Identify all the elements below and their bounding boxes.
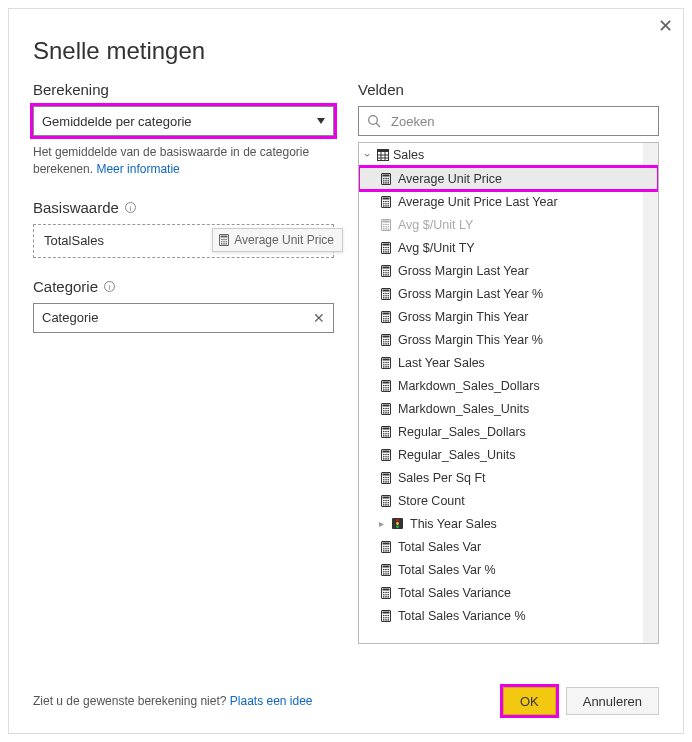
field-label: Total Sales Var (398, 540, 481, 554)
field-item[interactable]: Total Sales Variance (359, 581, 658, 604)
calculator-icon (381, 288, 391, 300)
calculator-icon (381, 311, 391, 323)
footer: Ziet u de gewenste berekening niet? Plaa… (33, 687, 659, 715)
calculator-icon (381, 219, 391, 231)
calculation-select-value: Gemiddelde per categorie (42, 114, 192, 129)
calculator-icon (381, 426, 391, 438)
calculator-icon (219, 234, 229, 246)
field-label: Markdown_Sales_Dollars (398, 379, 540, 393)
field-label: Gross Margin Last Year % (398, 287, 543, 301)
calculator-icon (381, 449, 391, 461)
berekening-heading: Berekening (33, 81, 334, 98)
chevron-down-icon (317, 118, 325, 124)
calculator-icon (381, 564, 391, 576)
calculator-icon (381, 541, 391, 553)
right-pane: Velden › Sales Average Unit PriceAverage… (358, 81, 659, 644)
field-item[interactable]: Total Sales Var % (359, 558, 658, 581)
field-label: Regular_Sales_Dollars (398, 425, 526, 439)
search-box[interactable] (358, 106, 659, 136)
field-label: Sales Per Sq Ft (398, 471, 486, 485)
drag-chip[interactable]: Average Unit Price (212, 228, 343, 252)
field-item[interactable]: Total Sales Variance % (359, 604, 658, 627)
calculator-icon (381, 380, 391, 392)
field-item[interactable]: Gross Margin Last Year (359, 259, 658, 282)
close-button[interactable]: ✕ (658, 17, 673, 35)
table-node-sales[interactable]: › Sales (359, 143, 658, 167)
clear-button[interactable]: ✕ (313, 310, 325, 326)
field-label: Store Count (398, 494, 465, 508)
chevron-right-icon: ▸ (377, 518, 385, 529)
velden-heading: Velden (358, 81, 659, 98)
field-label: Regular_Sales_Units (398, 448, 515, 462)
field-label: Last Year Sales (398, 356, 485, 370)
field-label: This Year Sales (410, 517, 497, 531)
categorie-heading: Categorie i (33, 278, 334, 295)
field-item[interactable]: Total Sales Var (359, 535, 658, 558)
calculator-icon (381, 495, 391, 507)
calculator-icon (381, 173, 391, 185)
basiswaarde-well[interactable]: TotalSales Average Unit Price (33, 224, 334, 258)
field-item[interactable]: Avg $/Unit LY (359, 213, 658, 236)
field-item[interactable]: Last Year Sales (359, 351, 658, 374)
calculator-icon (381, 242, 391, 254)
field-label: Gross Margin Last Year (398, 264, 529, 278)
field-item[interactable]: Gross Margin This Year % (359, 328, 658, 351)
categorie-value: Categorie (42, 310, 98, 325)
field-label: Avg $/Unit LY (398, 218, 473, 232)
info-icon: i (125, 202, 136, 213)
calculator-icon (381, 265, 391, 277)
drag-chip-label: Average Unit Price (234, 233, 334, 247)
cancel-button[interactable]: Annuleren (566, 687, 659, 715)
field-item[interactable]: Markdown_Sales_Units (359, 397, 658, 420)
left-pane: Berekening Gemiddelde per categorie Het … (33, 81, 334, 644)
velden-label: Velden (358, 81, 404, 98)
field-item[interactable]: Markdown_Sales_Dollars (359, 374, 658, 397)
field-item[interactable]: Average Unit Price Last Year (359, 190, 658, 213)
table-name: Sales (393, 148, 424, 162)
dialog-title: Snelle metingen (9, 9, 683, 75)
suggest-idea-link[interactable]: Plaats een idee (230, 694, 313, 708)
scrollbar[interactable] (643, 143, 658, 643)
table-icon (377, 149, 389, 161)
field-item[interactable]: Avg $/Unit TY (359, 236, 658, 259)
categorie-label: Categorie (33, 278, 98, 295)
info-icon: i (104, 281, 115, 292)
field-item[interactable]: Store Count (359, 489, 658, 512)
calculation-description: Het gemiddelde van de basiswaarde in de … (33, 144, 334, 179)
fields-tree: › Sales Average Unit PriceAverage Unit P… (358, 142, 659, 644)
calculation-select[interactable]: Gemiddelde per categorie (33, 106, 334, 136)
field-item[interactable]: Average Unit Price (359, 167, 658, 190)
field-label: Gross Margin This Year % (398, 333, 543, 347)
search-input[interactable] (389, 113, 650, 130)
field-item[interactable]: Gross Margin This Year (359, 305, 658, 328)
berekening-label: Berekening (33, 81, 109, 98)
field-item[interactable]: Regular_Sales_Units (359, 443, 658, 466)
field-item[interactable]: Gross Margin Last Year % (359, 282, 658, 305)
basiswaarde-heading: Basiswaarde i (33, 199, 334, 216)
field-label: Total Sales Var % (398, 563, 496, 577)
field-item[interactable]: Regular_Sales_Dollars (359, 420, 658, 443)
ok-button[interactable]: OK (503, 687, 556, 715)
basiswaarde-value: TotalSales (44, 233, 104, 248)
calculator-icon (381, 196, 391, 208)
field-label: Total Sales Variance (398, 586, 511, 600)
field-label: Average Unit Price (398, 172, 502, 186)
field-item[interactable]: ▸This Year Sales (359, 512, 658, 535)
field-label: Gross Margin This Year (398, 310, 528, 324)
calculator-icon (381, 472, 391, 484)
field-label: Avg $/Unit TY (398, 241, 475, 255)
search-icon (367, 114, 381, 128)
field-label: Average Unit Price Last Year (398, 195, 558, 209)
categorie-well[interactable]: Categorie ✕ (33, 303, 334, 333)
calculator-icon (381, 357, 391, 369)
calculator-icon (381, 587, 391, 599)
calculator-icon (381, 334, 391, 346)
quick-measures-dialog: ✕ Snelle metingen Berekening Gemiddelde … (8, 8, 684, 734)
chevron-down-icon: › (362, 150, 374, 160)
calculator-icon (381, 403, 391, 415)
field-label: Markdown_Sales_Units (398, 402, 529, 416)
learn-more-link[interactable]: Meer informatie (96, 162, 179, 176)
field-label: Total Sales Variance % (398, 609, 526, 623)
basiswaarde-label: Basiswaarde (33, 199, 119, 216)
field-item[interactable]: Sales Per Sq Ft (359, 466, 658, 489)
